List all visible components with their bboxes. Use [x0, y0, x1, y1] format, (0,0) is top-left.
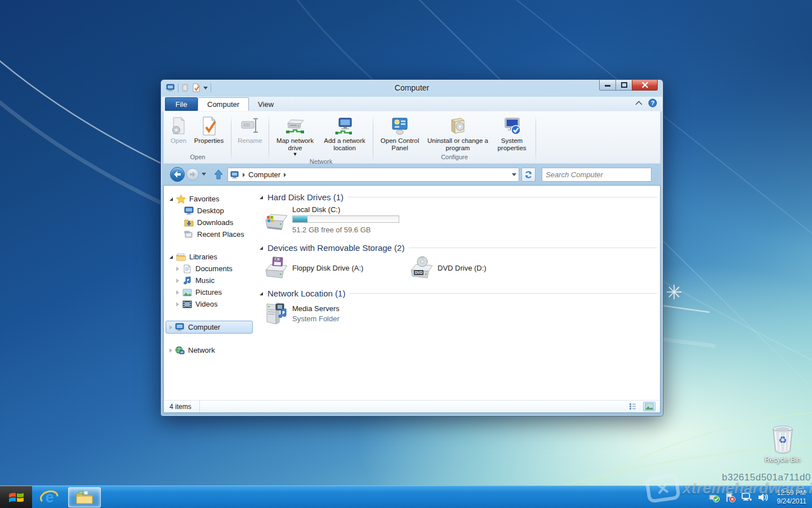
- open-icon: [169, 116, 188, 136]
- open-control-panel-button[interactable]: Open Control Panel: [375, 115, 425, 153]
- item-name: Media Servers: [292, 304, 340, 313]
- start-button[interactable]: [0, 486, 32, 508]
- breadcrumb-bar[interactable]: Computer: [227, 168, 519, 182]
- tab-file[interactable]: File: [165, 97, 198, 111]
- taskbar-clock[interactable]: 12:59 PM 9/24/2011: [777, 489, 807, 506]
- expander-collapsed-icon[interactable]: [176, 290, 179, 295]
- network-status-icon[interactable]: [741, 492, 752, 502]
- svg-text:?: ?: [651, 100, 655, 106]
- media-servers-tile[interactable]: Media Servers System Folder: [262, 302, 340, 325]
- tab-computer[interactable]: Computer: [198, 97, 249, 111]
- close-button[interactable]: [632, 80, 658, 91]
- drive-name: Local Disk (C:): [292, 205, 399, 214]
- build-watermark: b32615d501a711d0: [722, 472, 811, 483]
- system-properties-button[interactable]: System properties: [491, 115, 533, 153]
- details-view-button[interactable]: [627, 402, 640, 411]
- status-bar: 4 items: [163, 400, 661, 413]
- expander-collapsed-icon[interactable]: [176, 267, 179, 271]
- sidebar-item-videos[interactable]: Videos: [164, 298, 256, 310]
- section-header-network-location[interactable]: Network Location (1): [260, 289, 657, 298]
- sidebar-item-label: Computer: [188, 323, 220, 331]
- minimize-button[interactable]: [599, 80, 616, 91]
- add-network-location-button[interactable]: Add a network location: [319, 115, 370, 153]
- floppy-drive-icon: [262, 256, 288, 280]
- section-expanded-icon[interactable]: [260, 196, 263, 199]
- sidebar-item-pictures[interactable]: Pictures: [164, 286, 256, 298]
- clock-date: 9/24/2011: [777, 497, 807, 506]
- drive-name: DVD Drive (D:): [438, 264, 487, 272]
- network-icon: [175, 346, 185, 355]
- address-dropdown-icon[interactable]: [512, 173, 516, 176]
- section-header-hard-disk-drives[interactable]: Hard Disk Drives (1): [260, 192, 657, 202]
- sidebar-item-label: Favorites: [189, 195, 219, 203]
- up-button[interactable]: [212, 168, 225, 181]
- sidebar-item-recent-places[interactable]: Recent Places: [164, 228, 256, 240]
- caption-buttons: [599, 80, 658, 91]
- back-button[interactable]: [170, 167, 185, 182]
- ribbon-group-label: [233, 154, 267, 163]
- properties-button[interactable]: Properties: [191, 115, 227, 146]
- sidebar-item-network[interactable]: Network: [164, 344, 256, 356]
- uninstall-program-button[interactable]: Uninstall or change a program: [425, 115, 491, 153]
- expander-expanded-icon[interactable]: [169, 255, 173, 259]
- map-network-drive-button[interactable]: Map network drive ▼: [271, 115, 319, 158]
- sidebar-item-documents[interactable]: Documents: [164, 263, 256, 275]
- expander-collapsed-icon[interactable]: [169, 325, 172, 330]
- titlebar[interactable]: Computer: [161, 80, 663, 97]
- expander-collapsed-icon[interactable]: [169, 348, 172, 353]
- ribbon-separator: [231, 115, 231, 162]
- navigation-pane: Favorites Desktop Downloads Recent Place…: [164, 186, 256, 400]
- tab-view[interactable]: View: [249, 97, 283, 111]
- section-expanded-icon[interactable]: [260, 292, 263, 295]
- large-icons-view-icon: [645, 403, 654, 410]
- help-icon[interactable]: ?: [648, 98, 657, 107]
- breadcrumb-separator-icon[interactable]: [284, 173, 286, 177]
- floppy-drive-tile[interactable]: Floppy Disk Drive (A:): [262, 256, 408, 280]
- capacity-bar-fill: [293, 216, 307, 222]
- search-box[interactable]: [542, 168, 652, 182]
- details-view-icon: [629, 403, 638, 410]
- open-control-panel-label: Open Control Panel: [377, 137, 423, 152]
- recent-pages-dropdown-icon[interactable]: [202, 173, 206, 176]
- large-icons-view-button[interactable]: [643, 402, 655, 411]
- action-center-flag-icon[interactable]: [725, 492, 736, 502]
- ribbon-group-label: Configure: [375, 154, 534, 163]
- add-network-location-label: Add a network location: [321, 137, 368, 152]
- local-disk-tile[interactable]: Local Disk (C:) 51.2 GB free of 59.6 GB: [262, 205, 399, 234]
- expander-collapsed-icon[interactable]: [176, 302, 179, 307]
- drive-name: Floppy Disk Drive (A:): [292, 264, 363, 272]
- map-network-drive-label: Map network drive: [273, 137, 318, 152]
- dvd-drive-tile[interactable]: DVD DVD Drive (D:): [408, 256, 487, 280]
- videos-icon: [182, 300, 192, 309]
- search-input[interactable]: [542, 170, 648, 179]
- taskbar-explorer-button[interactable]: [68, 487, 101, 507]
- expander-expanded-icon[interactable]: [169, 197, 173, 201]
- ribbon-separator: [373, 115, 373, 162]
- computer-icon: [175, 323, 185, 332]
- section-expanded-icon[interactable]: [260, 246, 263, 250]
- expander-collapsed-icon[interactable]: [176, 278, 179, 283]
- maximize-button[interactable]: [615, 80, 632, 91]
- safely-remove-hardware-icon[interactable]: [708, 492, 720, 502]
- sidebar-item-label: Desktop: [197, 206, 224, 215]
- recycle-bin[interactable]: ♻ Recycle Bin: [761, 424, 804, 464]
- breadcrumb-item[interactable]: Computer: [248, 170, 280, 179]
- minimize-ribbon-icon[interactable]: [635, 101, 643, 105]
- back-arrow-icon: [173, 171, 181, 178]
- refresh-button[interactable]: [521, 168, 536, 182]
- sidebar-item-downloads[interactable]: Downloads: [164, 217, 256, 228]
- sidebar-item-music[interactable]: Music: [164, 275, 256, 286]
- volume-icon[interactable]: [757, 492, 769, 502]
- ribbon-separator: [536, 115, 536, 162]
- taskbar-ie-button[interactable]: e: [32, 486, 67, 508]
- sidebar-item-favorites[interactable]: Favorites: [164, 193, 256, 205]
- section-header-removable-storage[interactable]: Devices with Removable Storage (2): [260, 243, 657, 253]
- favorites-star-icon: [176, 195, 186, 204]
- ribbon-group-open: Open Properties Open: [166, 114, 229, 163]
- sidebar-item-computer[interactable]: Computer: [164, 321, 256, 333]
- properties-icon: [199, 116, 218, 136]
- sidebar-item-desktop[interactable]: Desktop: [164, 205, 256, 217]
- explorer-window: Computer File Computer View ? Open: [160, 79, 663, 416]
- sidebar-item-libraries[interactable]: Libraries: [164, 251, 256, 263]
- svg-text:♻: ♻: [778, 434, 787, 446]
